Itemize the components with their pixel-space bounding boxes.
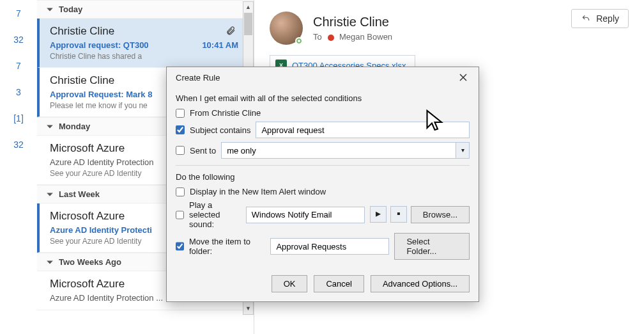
subject-contains-input[interactable]	[256, 122, 470, 138]
sent-to-dropdown-button[interactable]: ▾	[456, 142, 470, 159]
presence-dot-icon	[328, 35, 334, 41]
recipient-line: To Megan Bowen	[313, 32, 392, 42]
sent-to-checkbox[interactable]	[176, 146, 185, 155]
target-folder-input[interactable]	[270, 238, 389, 255]
chevron-down-icon	[46, 123, 54, 131]
close-button[interactable]	[454, 72, 472, 83]
folder-counts-column: 7 32 7 3 [1] 32	[0, 0, 37, 334]
message-time: 10:41 AM	[202, 40, 238, 50]
from-checkbox[interactable]	[176, 109, 185, 118]
scroll-up-button[interactable]: ▲	[243, 2, 253, 13]
message-subject: Approval Request: Mark 8	[50, 90, 152, 99]
scroll-thumb[interactable]	[244, 13, 252, 35]
message-subject: Azure AD Identity Protection	[50, 157, 154, 167]
create-rule-dialog: Create Rule When I get email with all of…	[166, 67, 479, 302]
group-label: Last Week	[59, 189, 100, 199]
message-subject: Approval request: QT300	[50, 40, 149, 50]
close-icon	[459, 74, 467, 81]
message-preview: Christie Cline has shared a	[50, 52, 242, 61]
select-folder-button[interactable]: Select Folder...	[394, 233, 470, 260]
folder-count[interactable]: [1]	[0, 109, 37, 135]
advanced-options-button[interactable]: Advanced Options...	[371, 275, 470, 292]
group-label: Today	[59, 4, 82, 14]
message-subject: Azure AD Identity Protecti	[50, 225, 152, 235]
move-folder-checkbox[interactable]	[176, 242, 184, 251]
conditions-heading: When I get email with all of the selecte…	[176, 93, 470, 103]
play-sound-checkbox[interactable]	[176, 211, 184, 219]
reply-button[interactable]: Reply	[571, 9, 629, 28]
group-label: Two Weeks Ago	[59, 257, 121, 267]
sound-file-input[interactable]	[246, 207, 365, 223]
avatar	[270, 12, 303, 45]
scroll-down-button[interactable]: ▼	[243, 303, 253, 314]
attachment-icon	[226, 25, 236, 39]
do-following-heading: Do the following	[176, 172, 470, 182]
dialog-title: Create Rule	[176, 73, 220, 83]
folder-count[interactable]: 7	[0, 56, 37, 83]
subject-contains-checkbox[interactable]	[176, 125, 185, 134]
reply-arrow-icon	[581, 14, 591, 23]
display-alert-checkbox[interactable]	[176, 187, 185, 196]
from-label: From Christie Cline	[190, 108, 261, 118]
folder-count[interactable]: 32	[0, 30, 37, 56]
divider	[176, 165, 470, 166]
reply-label: Reply	[596, 13, 619, 24]
message-item[interactable]: Christie Cline Approval request: QT300 1…	[37, 19, 254, 68]
browse-sound-button[interactable]: Browse...	[411, 206, 470, 223]
to-label: To	[313, 32, 322, 42]
recipient-name: Megan Bowen	[339, 32, 392, 42]
sender-name: Christie Cline	[313, 15, 392, 29]
chevron-down-icon	[46, 191, 54, 198]
message-subject: Azure AD Identity Protection ...	[50, 293, 163, 303]
move-folder-label: Move the item to folder:	[189, 237, 265, 256]
chevron-down-icon	[46, 258, 54, 266]
chevron-down-icon	[46, 6, 54, 13]
sent-to-label: Sent to	[190, 146, 216, 155]
display-alert-label: Display in the New Item Alert window	[190, 187, 326, 196]
message-from: Christie Cline	[50, 25, 242, 38]
folder-count[interactable]: 3	[0, 83, 37, 109]
play-sound-button[interactable]: ▸	[370, 206, 387, 223]
group-header-today[interactable]: Today	[37, 0, 254, 19]
subject-contains-label: Subject contains	[190, 125, 250, 135]
sent-to-combo[interactable]	[221, 142, 456, 159]
stop-sound-button[interactable]: ▪	[390, 206, 407, 223]
play-sound-label: Play a selected sound:	[189, 200, 241, 229]
ok-button[interactable]: OK	[272, 275, 308, 292]
presence-indicator	[295, 37, 303, 45]
folder-count[interactable]: 7	[0, 4, 37, 30]
folder-count[interactable]: 32	[0, 135, 37, 161]
group-label: Monday	[59, 122, 90, 131]
cancel-button[interactable]: Cancel	[314, 275, 364, 292]
